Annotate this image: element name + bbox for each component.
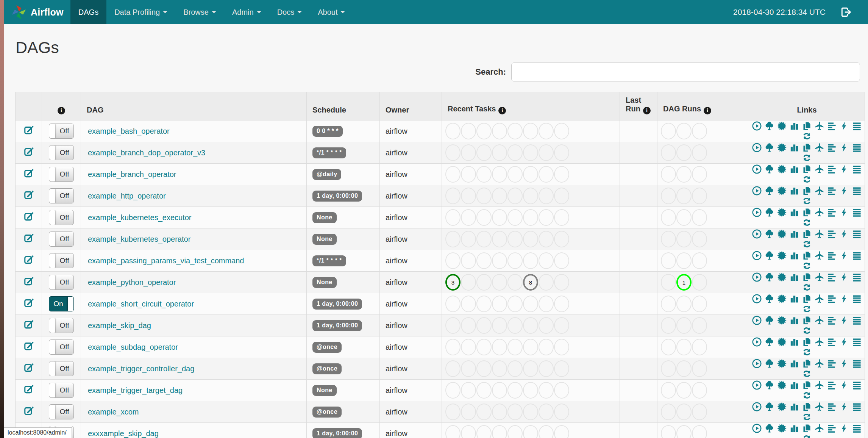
trigger-dag-link[interactable]	[752, 402, 762, 412]
dag-link[interactable]: example_subdag_operator	[88, 343, 178, 351]
edit-dag-button[interactable]	[23, 147, 34, 157]
trigger-dag-link[interactable]	[752, 337, 762, 347]
edit-dag-button[interactable]	[23, 168, 34, 179]
sign-out-icon[interactable]	[840, 6, 852, 18]
tree-view-link[interactable]	[764, 402, 774, 412]
tree-view-link[interactable]	[764, 186, 774, 196]
header-owner[interactable]: Owner	[380, 92, 442, 120]
trigger-dag-link[interactable]	[752, 294, 762, 304]
graph-view-link[interactable]	[777, 186, 787, 196]
trigger-dag-link[interactable]	[752, 380, 762, 390]
edit-dag-button[interactable]	[23, 406, 34, 416]
tasks-duration-link[interactable]	[789, 250, 799, 261]
dag-link[interactable]: example_branch_dop_operator_v3	[88, 149, 205, 157]
dag-details-link[interactable]	[852, 337, 862, 347]
refresh-link[interactable]	[802, 433, 812, 438]
tree-view-link[interactable]	[764, 358, 774, 369]
dag-details-link[interactable]	[852, 423, 862, 433]
refresh-link[interactable]	[802, 217, 812, 228]
trigger-dag-link[interactable]	[752, 358, 762, 369]
gantt-view-link[interactable]	[827, 402, 837, 412]
dag-link[interactable]: example_passing_params_via_test_command	[88, 257, 244, 265]
graph-view-link[interactable]	[777, 250, 787, 261]
dag-link[interactable]: example_kubernetes_executor	[88, 213, 192, 222]
nav-item-dags[interactable]: DAGs	[70, 0, 106, 24]
dag-details-link[interactable]	[852, 229, 862, 239]
tasks-duration-link[interactable]	[789, 337, 799, 347]
refresh-link[interactable]	[802, 131, 812, 141]
code-view-link[interactable]	[839, 315, 849, 325]
task-tries-link[interactable]	[802, 380, 812, 390]
tree-view-link[interactable]	[764, 207, 774, 217]
refresh-link[interactable]	[802, 412, 812, 422]
dag-link[interactable]: example_bash_operator	[88, 127, 170, 135]
trigger-dag-link[interactable]	[752, 142, 762, 153]
task-tries-link[interactable]	[802, 186, 812, 196]
refresh-link[interactable]	[802, 261, 812, 271]
task-tries-link[interactable]	[802, 272, 812, 282]
dag-pause-toggle[interactable]: Off	[49, 188, 74, 203]
gantt-view-link[interactable]	[827, 250, 837, 261]
task-tries-link[interactable]	[802, 423, 812, 433]
code-view-link[interactable]	[839, 186, 849, 196]
dag-link[interactable]: example_http_operator	[88, 192, 166, 200]
edit-dag-button[interactable]	[23, 125, 34, 136]
edit-dag-button[interactable]	[23, 363, 34, 373]
graph-view-link[interactable]	[777, 229, 787, 239]
graph-view-link[interactable]	[777, 380, 787, 390]
graph-view-link[interactable]	[777, 423, 787, 433]
nav-item-data-profiling[interactable]: Data Profiling	[106, 0, 175, 24]
dag-details-link[interactable]	[852, 380, 862, 390]
trigger-dag-link[interactable]	[752, 164, 762, 174]
landing-times-link[interactable]	[814, 402, 824, 412]
edit-dag-button[interactable]	[23, 211, 34, 222]
landing-times-link[interactable]	[814, 207, 824, 217]
code-view-link[interactable]	[839, 358, 849, 369]
landing-times-link[interactable]	[814, 337, 824, 347]
trigger-dag-link[interactable]	[752, 121, 762, 131]
task-tries-link[interactable]	[802, 250, 812, 261]
dag-pause-toggle[interactable]: Off	[49, 145, 74, 160]
refresh-link[interactable]	[802, 304, 812, 314]
refresh-link[interactable]	[802, 347, 812, 357]
task-state-circle[interactable]: 3	[445, 274, 461, 291]
trigger-dag-link[interactable]	[752, 207, 762, 217]
gantt-view-link[interactable]	[827, 121, 837, 131]
landing-times-link[interactable]	[814, 164, 824, 174]
gantt-view-link[interactable]	[827, 380, 837, 390]
dag-details-link[interactable]	[852, 207, 862, 217]
edit-dag-button[interactable]	[23, 384, 34, 395]
task-tries-link[interactable]	[802, 207, 812, 217]
gantt-view-link[interactable]	[827, 315, 837, 325]
dag-link[interactable]: exxxample_skip_dag	[88, 429, 159, 438]
dag-pause-toggle[interactable]: Off	[49, 232, 74, 247]
tasks-duration-link[interactable]	[789, 315, 799, 325]
tree-view-link[interactable]	[764, 121, 774, 131]
task-tries-link[interactable]	[802, 121, 812, 131]
gantt-view-link[interactable]	[827, 294, 837, 304]
trigger-dag-link[interactable]	[752, 272, 762, 282]
dag-link[interactable]: example_branch_operator	[88, 170, 176, 178]
task-tries-link[interactable]	[802, 315, 812, 325]
graph-view-link[interactable]	[777, 207, 787, 217]
tasks-duration-link[interactable]	[789, 164, 799, 174]
landing-times-link[interactable]	[814, 315, 824, 325]
edit-dag-button[interactable]	[23, 233, 34, 244]
tasks-duration-link[interactable]	[789, 229, 799, 239]
edit-dag-button[interactable]	[23, 298, 34, 308]
code-view-link[interactable]	[839, 294, 849, 304]
tasks-duration-link[interactable]	[789, 207, 799, 217]
tree-view-link[interactable]	[764, 142, 774, 153]
dag-link[interactable]: example_trigger_controller_dag	[88, 364, 194, 373]
tree-view-link[interactable]	[764, 315, 774, 325]
landing-times-link[interactable]	[814, 186, 824, 196]
tree-view-link[interactable]	[764, 423, 774, 433]
dag-pause-toggle[interactable]: Off	[49, 383, 74, 398]
landing-times-link[interactable]	[814, 294, 824, 304]
dag-link[interactable]: example_short_circuit_operator	[88, 300, 194, 308]
search-input[interactable]	[511, 63, 860, 81]
tree-view-link[interactable]	[764, 272, 774, 282]
trigger-dag-link[interactable]	[752, 423, 762, 433]
dag-pause-toggle[interactable]: Off	[49, 275, 74, 290]
tasks-duration-link[interactable]	[789, 423, 799, 433]
